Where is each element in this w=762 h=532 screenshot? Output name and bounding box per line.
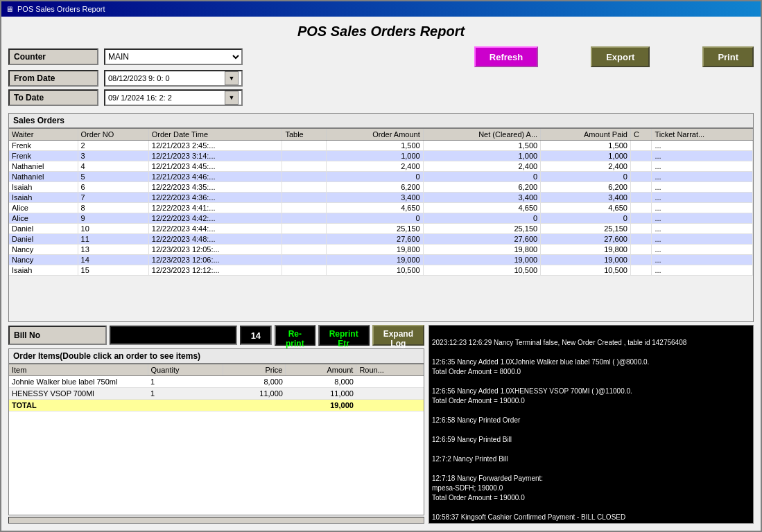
table-cell: [282, 141, 327, 151]
table-row[interactable]: Isaiah1512/23/2023 12:12:...10,50010,500…: [9, 265, 753, 276]
table-cell: 13: [78, 245, 148, 255]
table-cell: 19,000: [423, 255, 540, 265]
from-date-input[interactable]: 08/12/2023 9: 0: 0 ▼: [104, 70, 243, 87]
title-bar-text: POS Sales Orders Report: [17, 5, 105, 13]
items-cell: Johnie Walker blue label 750ml: [9, 376, 148, 388]
list-item[interactable]: Johnie Walker blue label 750ml18,0008,00…: [9, 376, 424, 388]
table-cell: [630, 224, 652, 234]
table-cell: ...: [652, 234, 753, 245]
items-col-amount: Amount: [286, 364, 356, 376]
bill-no-value: [110, 326, 236, 345]
col-net-cleared: Net (Cleared) A...: [423, 129, 540, 141]
counter-select[interactable]: MAIN BAR RESTAURANT: [105, 51, 241, 62]
table-cell: 12/23/2023 12:05:...: [148, 245, 282, 255]
table-cell: 5: [78, 172, 148, 182]
table-cell: [282, 224, 327, 234]
table-cell: ...: [652, 224, 753, 234]
table-row[interactable]: Isaiah612/22/2023 4:35:...6,2006,2006,20…: [9, 182, 753, 193]
table-row[interactable]: Daniel1112/22/2023 4:48:...27,60027,6002…: [9, 234, 753, 245]
table-cell: 6: [78, 182, 148, 193]
items-cell: 11,000: [223, 388, 286, 400]
list-item[interactable]: HENESSY VSOP 700Ml111,00011,000: [9, 388, 424, 400]
table-cell: 19,000: [541, 255, 631, 265]
items-scrollbar[interactable]: [8, 517, 424, 524]
table-cell: [282, 255, 327, 265]
table-row[interactable]: Nancy1412/23/2023 12:06:...19,00019,0001…: [9, 255, 753, 265]
items-table-container[interactable]: Item Quantity Price Amount Roun... Johni…: [8, 364, 424, 515]
table-cell: 2,400: [541, 161, 631, 172]
table-row[interactable]: Frenk212/21/2023 2:45:...1,5001,5001,500…: [9, 141, 753, 151]
table-cell: ...: [652, 245, 753, 255]
table-cell: 4,650: [423, 203, 540, 213]
table-cell: ...: [652, 203, 753, 213]
to-date-input[interactable]: 09/ 1/2024 16: 2: 2 ▼: [104, 89, 243, 106]
table-cell: ...: [652, 151, 753, 161]
table-cell: Isaiah: [9, 265, 78, 276]
items-cell: 1: [148, 388, 223, 400]
table-cell: 0: [423, 213, 540, 224]
log-panel: 2023:12:23 12:6:29 Nancy Terminal false,…: [428, 325, 754, 524]
table-cell: Nathaniel: [9, 172, 78, 182]
to-date-value: 09/ 1/2024 16: 2: 2: [108, 94, 223, 102]
table-cell: 12/22/2023 4:48:...: [148, 234, 282, 245]
table-cell: 25,150: [423, 224, 540, 234]
col-amount-paid: Amount Paid: [541, 129, 631, 141]
items-cell: TOTAL: [9, 400, 148, 411]
items-cell: [356, 376, 424, 388]
table-cell: [282, 182, 327, 193]
table-row[interactable]: Isaiah712/22/2023 4:36:...3,4003,4003,40…: [9, 193, 753, 203]
table-cell: Nancy: [9, 245, 78, 255]
table-cell: [630, 193, 652, 203]
list-item[interactable]: TOTAL19,000: [9, 400, 424, 411]
table-cell: [630, 172, 652, 182]
items-table: Item Quantity Price Amount Roun... Johni…: [9, 364, 424, 411]
table-row[interactable]: Nathaniel412/21/2023 4:45:...2,4002,4002…: [9, 161, 753, 172]
table-cell: 2,400: [423, 161, 540, 172]
table-row[interactable]: Nathaniel512/21/2023 4:46:...000...: [9, 172, 753, 182]
table-row[interactable]: Daniel1012/22/2023 4:44:...25,15025,1502…: [9, 224, 753, 234]
table-row[interactable]: Frenk312/21/2023 3:14:...1,0001,0001,000…: [9, 151, 753, 161]
reprint-etr-button[interactable]: Reprint Etr: [318, 325, 370, 346]
table-cell: 25,150: [327, 224, 424, 234]
right-panel: 2023:12:23 12:6:29 Nancy Terminal false,…: [428, 325, 754, 524]
table-cell: 25,150: [541, 224, 631, 234]
table-cell: [630, 234, 652, 245]
table-row[interactable]: Nancy1312/23/2023 12:05:...19,80019,8001…: [9, 245, 753, 255]
title-bar-icon: 🖥: [6, 5, 13, 13]
orders-table-container[interactable]: Waiter Order NO Order Date Time Table Or…: [8, 128, 754, 322]
table-cell: [282, 234, 327, 245]
export-button[interactable]: Export: [591, 46, 650, 67]
items-cell: [148, 400, 223, 411]
items-cell: [223, 400, 286, 411]
col-order-amount: Order Amount: [327, 129, 424, 141]
table-row[interactable]: Alice812/22/2023 4:41:...4,6504,6504,650…: [9, 203, 753, 213]
table-cell: ...: [652, 161, 753, 172]
items-cell: 19,000: [286, 400, 356, 411]
table-cell: Isaiah: [9, 193, 78, 203]
table-cell: 19,800: [327, 245, 424, 255]
table-cell: 12/21/2023 2:45:...: [148, 141, 282, 151]
table-cell: 0: [541, 213, 631, 224]
counter-dropdown[interactable]: MAIN BAR RESTAURANT: [104, 48, 243, 65]
expand-log-button[interactable]: Expand Log: [372, 325, 424, 346]
table-cell: Frenk: [9, 151, 78, 161]
table-cell: 1,500: [541, 141, 631, 151]
table-cell: 6,200: [327, 182, 424, 193]
refresh-button[interactable]: Refresh: [474, 46, 538, 67]
bottom-section: Bill No 14 Re-print Bill Reprint Etr Exp…: [8, 325, 754, 524]
table-cell: 27,600: [541, 234, 631, 245]
from-date-picker-button[interactable]: ▼: [225, 71, 239, 85]
table-cell: [282, 151, 327, 161]
table-cell: 12/22/2023 4:35:...: [148, 182, 282, 193]
items-header-row: Item Quantity Price Amount Roun...: [9, 364, 424, 376]
table-cell: [282, 213, 327, 224]
table-row[interactable]: Alice912/22/2023 4:42:...000...: [9, 213, 753, 224]
items-cell: 8,000: [286, 376, 356, 388]
print-button[interactable]: Print: [702, 46, 754, 67]
table-cell: Frenk: [9, 141, 78, 151]
to-date-picker-button[interactable]: ▼: [225, 91, 239, 105]
reprint-bill-button[interactable]: Re-print Bill: [275, 325, 315, 346]
table-cell: ...: [652, 141, 753, 151]
table-cell: 27,600: [423, 234, 540, 245]
table-cell: 3: [78, 151, 148, 161]
